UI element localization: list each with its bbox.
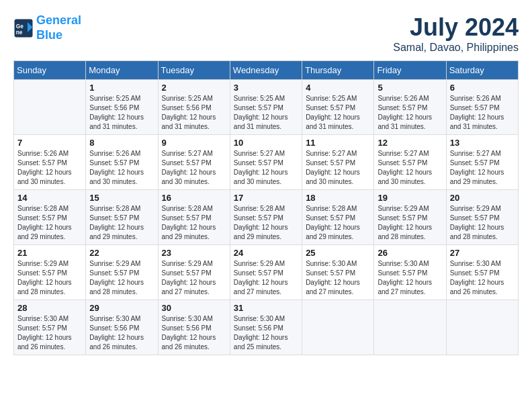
calendar-table: SundayMondayTuesdayWednesdayThursdayFrid…: [13, 60, 519, 355]
calendar-cell: 24Sunrise: 5:29 AMSunset: 5:57 PMDayligh…: [230, 245, 302, 300]
calendar-cell: 21Sunrise: 5:29 AMSunset: 5:57 PMDayligh…: [14, 245, 86, 300]
day-number: 31: [234, 303, 298, 313]
calendar-cell: 25Sunrise: 5:30 AMSunset: 5:57 PMDayligh…: [302, 245, 374, 300]
day-detail: Sunrise: 5:29 AMSunset: 5:57 PMDaylight:…: [234, 259, 298, 297]
calendar-cell: 27Sunrise: 5:30 AMSunset: 5:57 PMDayligh…: [446, 245, 518, 300]
weekday-header: Tuesday: [158, 61, 230, 80]
day-detail: Sunrise: 5:28 AMSunset: 5:57 PMDaylight:…: [17, 204, 82, 242]
day-number: 23: [162, 248, 226, 258]
day-detail: Sunrise: 5:25 AMSunset: 5:57 PMDaylight:…: [306, 94, 370, 132]
day-number: 2: [162, 83, 226, 93]
calendar-week-row: 1Sunrise: 5:25 AMSunset: 5:56 PMDaylight…: [14, 80, 519, 135]
day-number: 13: [450, 138, 515, 148]
calendar-cell: [14, 80, 86, 135]
day-number: 25: [306, 248, 370, 258]
calendar-cell: 19Sunrise: 5:29 AMSunset: 5:57 PMDayligh…: [374, 190, 446, 245]
day-number: 9: [162, 138, 226, 148]
day-detail: Sunrise: 5:28 AMSunset: 5:57 PMDaylight:…: [306, 204, 370, 242]
day-detail: Sunrise: 5:29 AMSunset: 5:57 PMDaylight:…: [162, 259, 226, 297]
day-number: 12: [378, 138, 442, 148]
day-number: 5: [378, 83, 442, 93]
calendar-cell: 4Sunrise: 5:25 AMSunset: 5:57 PMDaylight…: [302, 80, 374, 135]
day-detail: Sunrise: 5:27 AMSunset: 5:57 PMDaylight:…: [450, 149, 515, 187]
day-number: 19: [378, 193, 442, 203]
day-detail: Sunrise: 5:30 AMSunset: 5:56 PMDaylight:…: [162, 314, 226, 352]
calendar-cell: 7Sunrise: 5:26 AMSunset: 5:57 PMDaylight…: [14, 135, 86, 190]
day-number: 6: [450, 83, 515, 93]
calendar-cell: [302, 300, 374, 355]
day-detail: Sunrise: 5:27 AMSunset: 5:57 PMDaylight:…: [234, 149, 298, 187]
day-detail: Sunrise: 5:26 AMSunset: 5:57 PMDaylight:…: [378, 94, 442, 132]
day-detail: Sunrise: 5:28 AMSunset: 5:57 PMDaylight:…: [162, 204, 226, 242]
calendar-cell: 1Sunrise: 5:25 AMSunset: 5:56 PMDaylight…: [86, 80, 158, 135]
day-number: 24: [234, 248, 298, 258]
day-detail: Sunrise: 5:25 AMSunset: 5:56 PMDaylight:…: [162, 94, 226, 132]
day-detail: Sunrise: 5:30 AMSunset: 5:56 PMDaylight:…: [234, 314, 298, 352]
calendar-cell: 31Sunrise: 5:30 AMSunset: 5:56 PMDayligh…: [230, 300, 302, 355]
calendar-cell: 10Sunrise: 5:27 AMSunset: 5:57 PMDayligh…: [230, 135, 302, 190]
logo-icon: Ge ne: [13, 18, 34, 38]
day-detail: Sunrise: 5:30 AMSunset: 5:57 PMDaylight:…: [450, 259, 515, 297]
calendar-cell: 5Sunrise: 5:26 AMSunset: 5:57 PMDaylight…: [374, 80, 446, 135]
day-detail: Sunrise: 5:26 AMSunset: 5:57 PMDaylight:…: [89, 149, 154, 187]
day-detail: Sunrise: 5:30 AMSunset: 5:57 PMDaylight:…: [17, 314, 82, 352]
day-number: 21: [17, 248, 82, 258]
calendar-cell: 3Sunrise: 5:25 AMSunset: 5:57 PMDaylight…: [230, 80, 302, 135]
day-number: 15: [89, 193, 154, 203]
day-number: 1: [89, 83, 154, 93]
page-header: Ge ne GeneralBlue July 2024 Samal, Davao…: [13, 13, 519, 54]
logo: Ge ne GeneralBlue: [13, 13, 81, 42]
day-detail: Sunrise: 5:27 AMSunset: 5:57 PMDaylight:…: [162, 149, 226, 187]
day-detail: Sunrise: 5:29 AMSunset: 5:57 PMDaylight:…: [450, 204, 515, 242]
day-detail: Sunrise: 5:28 AMSunset: 5:57 PMDaylight:…: [234, 204, 298, 242]
day-detail: Sunrise: 5:29 AMSunset: 5:57 PMDaylight:…: [17, 259, 82, 297]
calendar-cell: 8Sunrise: 5:26 AMSunset: 5:57 PMDaylight…: [86, 135, 158, 190]
calendar-week-row: 21Sunrise: 5:29 AMSunset: 5:57 PMDayligh…: [14, 245, 519, 300]
day-detail: Sunrise: 5:30 AMSunset: 5:56 PMDaylight:…: [89, 314, 154, 352]
calendar-week-row: 7Sunrise: 5:26 AMSunset: 5:57 PMDaylight…: [14, 135, 519, 190]
day-detail: Sunrise: 5:27 AMSunset: 5:57 PMDaylight:…: [378, 149, 442, 187]
calendar-cell: 23Sunrise: 5:29 AMSunset: 5:57 PMDayligh…: [158, 245, 230, 300]
logo-text: GeneralBlue: [36, 13, 81, 42]
day-number: 3: [234, 83, 298, 93]
day-number: 29: [89, 303, 154, 313]
day-detail: Sunrise: 5:26 AMSunset: 5:57 PMDaylight:…: [17, 149, 82, 187]
calendar-cell: 29Sunrise: 5:30 AMSunset: 5:56 PMDayligh…: [86, 300, 158, 355]
calendar-cell: 13Sunrise: 5:27 AMSunset: 5:57 PMDayligh…: [446, 135, 518, 190]
day-number: 28: [17, 303, 82, 313]
day-number: 17: [234, 193, 298, 203]
day-detail: Sunrise: 5:26 AMSunset: 5:57 PMDaylight:…: [450, 94, 515, 132]
day-detail: Sunrise: 5:30 AMSunset: 5:57 PMDaylight:…: [378, 259, 442, 297]
calendar-cell: 28Sunrise: 5:30 AMSunset: 5:57 PMDayligh…: [14, 300, 86, 355]
calendar-cell: 2Sunrise: 5:25 AMSunset: 5:56 PMDaylight…: [158, 80, 230, 135]
weekday-header: Monday: [86, 61, 158, 80]
day-number: 14: [17, 193, 82, 203]
weekday-header-row: SundayMondayTuesdayWednesdayThursdayFrid…: [14, 61, 519, 80]
weekday-header: Saturday: [446, 61, 518, 80]
day-number: 18: [306, 193, 370, 203]
month-title: July 2024: [393, 13, 519, 42]
day-number: 8: [89, 138, 154, 148]
calendar-week-row: 28Sunrise: 5:30 AMSunset: 5:57 PMDayligh…: [14, 300, 519, 355]
weekday-header: Sunday: [14, 61, 86, 80]
calendar-cell: 11Sunrise: 5:27 AMSunset: 5:57 PMDayligh…: [302, 135, 374, 190]
calendar-cell: 30Sunrise: 5:30 AMSunset: 5:56 PMDayligh…: [158, 300, 230, 355]
day-number: 27: [450, 248, 515, 258]
svg-text:Ge: Ge: [16, 24, 24, 30]
calendar-cell: 20Sunrise: 5:29 AMSunset: 5:57 PMDayligh…: [446, 190, 518, 245]
title-block: July 2024 Samal, Davao, Philippines: [393, 13, 519, 54]
weekday-header: Wednesday: [230, 61, 302, 80]
day-detail: Sunrise: 5:28 AMSunset: 5:57 PMDaylight:…: [89, 204, 154, 242]
calendar-cell: 26Sunrise: 5:30 AMSunset: 5:57 PMDayligh…: [374, 245, 446, 300]
location: Samal, Davao, Philippines: [393, 42, 519, 54]
day-number: 30: [162, 303, 226, 313]
day-detail: Sunrise: 5:30 AMSunset: 5:57 PMDaylight:…: [306, 259, 370, 297]
calendar-cell: 15Sunrise: 5:28 AMSunset: 5:57 PMDayligh…: [86, 190, 158, 245]
weekday-header: Thursday: [302, 61, 374, 80]
day-number: 20: [450, 193, 515, 203]
calendar-cell: 12Sunrise: 5:27 AMSunset: 5:57 PMDayligh…: [374, 135, 446, 190]
day-detail: Sunrise: 5:27 AMSunset: 5:57 PMDaylight:…: [306, 149, 370, 187]
day-number: 7: [17, 138, 82, 148]
calendar-week-row: 14Sunrise: 5:28 AMSunset: 5:57 PMDayligh…: [14, 190, 519, 245]
day-detail: Sunrise: 5:29 AMSunset: 5:57 PMDaylight:…: [89, 259, 154, 297]
